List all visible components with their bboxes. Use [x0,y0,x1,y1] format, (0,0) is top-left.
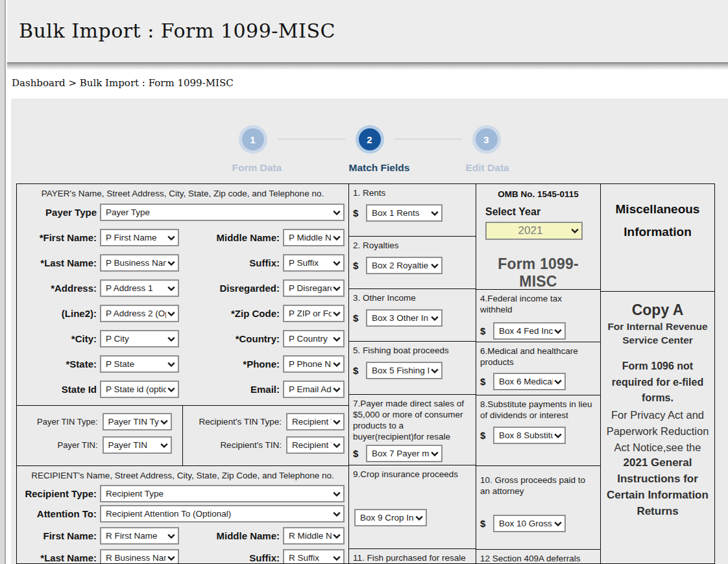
payer-tin-block: Payer TIN Type: Payer TIN Type Payer TIN… [17,406,183,465]
payer-middle-name-select[interactable]: P Middle Name [283,229,345,246]
step-form-data[interactable]: 1 Form Data [232,125,274,174]
recipient-middle-name-select[interactable]: R Middle Name [283,527,345,545]
step-3-label: Edit Data [466,162,507,174]
payer-disregarded-select[interactable]: P Disregarded Ent [283,279,345,297]
recipient-tin-type-select[interactable]: Recipient TIN T [286,413,345,430]
window-edge [0,0,6,564]
recipient-suffix-select[interactable]: R Suffix [283,549,345,563]
chevron-down-icon [167,286,175,291]
box-3-select[interactable]: Box 3 Other In [366,309,443,327]
attention-to-select[interactable]: Recipient Attention To (Optional) [100,505,345,523]
box-7-label: 7.Payer made direct sales of $5,000 or m… [353,398,472,442]
payer-state-select[interactable]: P State [100,355,179,373]
chevron-down-icon [431,263,439,268]
copy-a-privacy-note: For Privacy Act and Paperwork Reduction … [604,407,711,455]
step-edit-data[interactable]: 3 Edit Data [466,125,507,174]
box-5-select[interactable]: Box 5 Fishing I [366,362,443,379]
recipient-last-name-select[interactable]: R Business Name [100,549,179,563]
box-5-cell: 5. Fishing boat proceeds $ Box 5 Fishing… [349,342,476,395]
payer-tin-label: Payer TIN: [17,440,103,450]
dollar-sign: $ [480,430,487,441]
payer-line2-select[interactable]: P Address 2 (Optic [100,305,179,322]
box-7-select[interactable]: Box 7 Payer m [366,445,443,462]
step-2-label: Match Fields [349,162,391,174]
header-shadow [7,62,728,70]
main-panel: 1 Form Data 2 Match Fields 3 Edit Data P… [11,99,728,564]
box-10-select[interactable]: Box 10 Gross I [493,515,566,532]
box-5-label: 5. Fishing boat proceeds [353,345,472,356]
chevron-down-icon [333,286,341,291]
year-select[interactable]: 2021 [485,222,583,240]
chevron-down-icon [431,451,439,456]
payer-country-select[interactable]: P Country [283,330,345,347]
payer-zip-select[interactable]: P ZIP or Foreign P [283,305,345,322]
payer-suffix-select[interactable]: P Suffix [283,254,345,272]
chevron-down-icon [167,534,175,539]
payer-email-select[interactable]: P Email Address (c [283,381,345,398]
recipient-tin-select[interactable]: Recipient TIN [286,436,345,454]
dollar-sign: $ [353,365,359,376]
payer-phone-select[interactable]: P Phone Number [283,355,345,373]
dollar-sign: $ [353,312,359,323]
payer-middle-name-label: Middle Name: [179,232,283,243]
payer-suffix-label: Suffix: [179,257,283,268]
payer-last-name-select[interactable]: P Business Name [100,254,179,272]
box-1-select[interactable]: Box 1 Rents [366,204,443,222]
box-12-label: 12 Section 409A deferrals [480,553,596,563]
box-9-cell: 9.Crop insurance proceeds Box 9 Crop Ins [349,465,476,549]
payer-first-name-label: *First Name: [17,232,100,243]
payer-tin-type-select[interactable]: Payer TIN Type [103,413,172,430]
payer-address-select[interactable]: P Address 1 [100,279,179,297]
payer-tin-select[interactable]: Payer TIN [103,436,172,454]
chevron-down-icon [167,235,175,241]
step-match-fields[interactable]: 2 Match Fields [349,125,391,174]
box-6-select[interactable]: Box 6 Medical [493,373,566,390]
step-1-halo: 1 [239,125,267,154]
breadcrumb[interactable]: Dashboard > Bulk Import : Form 1099-MISC [12,77,234,89]
chevron-down-icon [160,419,168,425]
payer-address2-row: (Line2): P Address 2 (Optic *Zip Code: P… [17,305,345,322]
box-2-select[interactable]: Box 2 Royaltie [366,257,443,274]
payer-phone-label: *Phone: [179,358,283,370]
box-6-cell: 6.Medical and healthcare products $ Box … [476,342,600,395]
page-header: Bulk Import : Form 1099-MISC [7,0,728,62]
box-1-label: 1. Rents [353,187,472,198]
copy-a-cell: Copy A For Internal Revenue Service Cent… [601,292,714,563]
payer-type-select[interactable]: Payer Type [100,204,345,221]
payer-first-name-select[interactable]: P First Name [100,229,179,246]
recipient-first-name-select[interactable]: R First Name [100,527,179,545]
box-3-label: 3. Other Income [353,292,472,303]
recipient-type-select[interactable]: Recipient Type [100,485,345,502]
payer-zip-label: *Zip Code: [179,308,283,319]
box-4-select[interactable]: Box 4 Fed Inco [493,322,566,340]
box-11-label: 11. Fish purchased for resale [353,552,472,563]
omb-year-cell: OMB No. 1545-0115 Select Year 2021 Form … [476,184,600,290]
box-4-cell: 4.Federal income tax withheld $ Box 4 Fe… [476,290,600,342]
payer-city-select[interactable]: P City [100,330,179,347]
chevron-down-icon [333,362,341,367]
step-connector [394,139,462,140]
recipient-last-name-label: *Last Name: [17,552,100,563]
payer-type-row: Payer Type Payer Type [17,204,345,221]
payer-address-row: *Address: P Address 1 Disregarded: P Dis… [17,279,345,297]
box-9-select[interactable]: Box 9 Crop Ins [354,509,427,526]
box-3-cell: 3. Other Income $ Box 3 Other In [349,289,476,342]
step-1-label: Form Data [232,162,274,174]
payer-state-id-select[interactable]: P State id (optiona [100,381,179,398]
recipient-tin-type-label: Recipient's TIN Type: [183,417,287,427]
chevron-down-icon [431,368,439,373]
payer-state-label: *State: [17,358,100,370]
form-1099-table: PAYER's Name, Street Address, City, Stat… [16,183,715,564]
box-7-cell: 7.Payer made direct sales of $5,000 or m… [349,395,476,465]
chevron-down-icon [333,443,341,448]
chevron-down-icon [333,311,341,316]
wizard-stepper: 1 Form Data 2 Match Fields 3 Edit Data [11,99,728,174]
box-11-cell: 11. Fish purchased for resale [349,549,476,563]
chevron-down-icon [333,491,341,497]
box-8-select[interactable]: Box 8 Substitu [493,427,566,444]
chevron-down-icon [431,211,439,216]
select-year-label: Select Year [485,206,596,218]
chevron-down-icon [167,336,175,342]
boxes-odd-column: 1. Rents $ Box 1 Rents 2. Royalties $ Bo… [348,184,476,563]
recipient-middle-name-label: Middle Name: [179,530,283,541]
